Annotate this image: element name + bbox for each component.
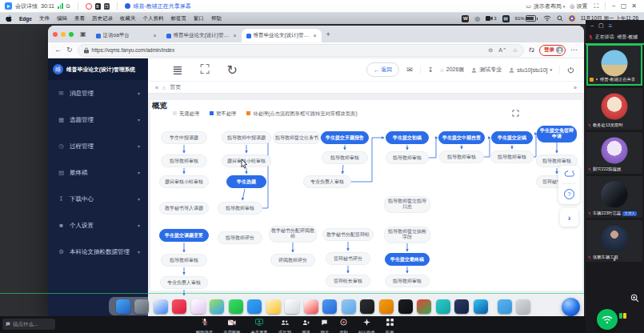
download-icon[interactable]: ↧	[428, 66, 434, 74]
apps-button[interactable]: 应用	[386, 315, 394, 333]
dock-icon-launchpad[interactable]	[134, 299, 149, 314]
menu-item-查看[interactable]: 查看	[74, 15, 85, 22]
chat-button[interactable]: 聊天	[321, 315, 330, 333]
w-app-icon[interactable]: W	[462, 15, 469, 22]
user-menu[interactable]: stu10[stu10]▾	[509, 67, 552, 73]
browser-status-icon[interactable]	[569, 15, 575, 22]
cam-button[interactable]: 开启视频	[223, 315, 240, 333]
restore-button[interactable]: ▢	[618, 2, 630, 10]
fullscreen-icon[interactable]: ⛶	[591, 2, 601, 10]
extensions-icon[interactable]: 🗘	[529, 47, 534, 53]
back-button[interactable]: ←返回	[366, 62, 399, 77]
menu-item-Edge[interactable]: Edge	[19, 16, 32, 22]
participant-tile-5[interactable]: 张鹏车辆工程∨	[586, 220, 642, 262]
invite-button[interactable]: 邀请	[302, 315, 310, 333]
flow-node-31[interactable]: 学生提交最终稿	[385, 253, 430, 266]
sidebar-item-5[interactable]: ↧下载中心▾	[48, 186, 148, 212]
panel-layout-icon[interactable]: ▢	[598, 22, 604, 29]
sidebar-item-2[interactable]: ▦选题管理▾	[48, 106, 148, 133]
flow-node-24[interactable]: 指导教师评分	[218, 231, 262, 244]
dock-icon-calendar[interactable]	[304, 299, 318, 314]
major-selector[interactable]: 测试专业	[471, 66, 502, 74]
profile-login-button[interactable]: 登录	[539, 45, 566, 56]
flow-node-16[interactable]: 题目审核小组审核	[159, 175, 209, 188]
share-button[interactable]: 共享屏幕	[250, 315, 267, 333]
meeting-count-icon[interactable]: 3	[486, 16, 496, 21]
members-button[interactable]: 成员39	[278, 315, 292, 333]
dock-icon-office[interactable]	[379, 299, 394, 314]
breadcrumb-home[interactable]: 首页	[170, 83, 181, 91]
sidebar-item-1[interactable]: ✉消息管理▾	[48, 80, 148, 106]
menu-item-标签页[interactable]: 标签页	[170, 15, 186, 22]
dock-icon-safari[interactable]	[154, 299, 168, 314]
dock-icon-trash[interactable]	[516, 299, 530, 314]
flow-node-9[interactable]: 指导教师审核	[161, 154, 207, 167]
flow-node-4[interactable]: 学生提交开题报告	[321, 131, 369, 144]
collapse-menu-icon[interactable]: ≣	[172, 62, 182, 78]
address-bar[interactable]: https://vqms.fanyu.com/admin/index ⊖ A⌃ …	[78, 44, 524, 57]
back-icon[interactable]: ←	[54, 46, 62, 54]
menu-item-收藏夹[interactable]: 收藏夹	[120, 15, 136, 22]
flow-node-8[interactable]: 学生提交免答辩申请	[537, 126, 577, 142]
flow-node-32[interactable]: 专业负责人审核	[160, 276, 208, 289]
ai-button[interactable]: AI小助手	[358, 315, 375, 333]
flow-node-3[interactable]: 指导教师提交任务书	[273, 131, 321, 144]
collapse-breadcrumb-icon[interactable]: «	[155, 85, 158, 90]
search-icon[interactable]	[557, 15, 563, 22]
flow-node-18[interactable]: 专业负责人审核	[303, 175, 351, 188]
dock-icon-qq[interactable]	[398, 299, 413, 314]
sidebar-item-7[interactable]: ⚙本科论文抽检数据管理▾	[48, 239, 148, 265]
flow-node-30[interactable]: 答辩秘书评分	[326, 252, 370, 265]
dock-icon-preview[interactable]	[342, 299, 356, 314]
doc-icon[interactable]: B	[95, 3, 101, 10]
participant-tile-4[interactable]: 车辆223叶芯蕊主持人	[586, 176, 642, 218]
dock-icon-edge[interactable]	[474, 299, 488, 314]
flow-node-2[interactable]: 指导教师申报课题	[222, 131, 271, 144]
tab-overview-icon[interactable]: ▣	[80, 30, 86, 38]
magnifier-icon[interactable]	[630, 294, 639, 303]
record-indicator-icon[interactable]	[86, 3, 92, 10]
dock-icon-chrome[interactable]	[417, 299, 431, 314]
dock-icon-finder[interactable]	[116, 299, 130, 314]
browser-tab-1[interactable]: 泛语oa平台×	[91, 29, 162, 42]
windows-icon[interactable]: ❐	[104, 3, 110, 10]
dock-icon-downloads-folder[interactable]	[498, 299, 512, 314]
panel-list-icon[interactable]: ≡	[609, 22, 613, 30]
dock-icon-app-store[interactable]	[247, 299, 262, 314]
help-widget[interactable]: ?	[558, 166, 580, 204]
fullscreen-toggle-icon[interactable]: ⛶	[200, 62, 209, 78]
record-status-icon[interactable]: ◎	[474, 15, 480, 22]
flow-node-1[interactable]: 学生申报课题	[161, 131, 207, 144]
dock-icon-facetime[interactable]	[229, 299, 243, 314]
menu-item-帮助[interactable]: 帮助	[211, 15, 222, 22]
participant-tile-1[interactable]: 维普-教辅正在共享	[586, 44, 642, 86]
tab-close-icon[interactable]: ×	[313, 33, 316, 38]
flow-node-11[interactable]: 指导教师审核	[322, 151, 368, 164]
flow-node-13[interactable]: 指导教师审核	[439, 150, 484, 163]
menu-item-编辑[interactable]: 编辑	[57, 15, 67, 22]
read-aloud-icon[interactable]: A⌃	[498, 47, 507, 54]
panel-minimize-icon[interactable]: −	[590, 23, 594, 29]
menu-item-窗口[interactable]: 窗口	[194, 15, 204, 22]
flow-node-33[interactable]: 答辩组长审核	[326, 275, 370, 287]
participant-tile-2[interactable]: 教务处13吴雨时	[586, 88, 642, 130]
dock-icon-terminal[interactable]	[360, 299, 374, 314]
reload-icon[interactable]: ↻	[66, 46, 73, 54]
zoom-traffic-light[interactable]	[69, 32, 74, 37]
flow-node-7[interactable]: 学生提交定稿	[491, 131, 533, 144]
flow-node-20[interactable]: 教学秘书导入课题	[159, 202, 209, 215]
network-assistant-icon[interactable]	[597, 309, 618, 330]
tab-close-icon[interactable]: ×	[153, 33, 156, 38]
mic-button[interactable]: 解除静音	[196, 315, 213, 333]
zoom-page-icon[interactable]: ⊖	[488, 47, 493, 54]
flow-node-29[interactable]: 评阅教师评分	[270, 254, 315, 267]
dock-icon-photos[interactable]	[191, 299, 206, 314]
dock-icon-maps[interactable]	[210, 299, 224, 314]
apple-icon[interactable]	[6, 15, 12, 22]
presenter-layout-button[interactable]: 演示者布局	[534, 2, 562, 10]
flow-node-25[interactable]: 教学秘书分配评阅教师	[269, 226, 317, 243]
refresh-icon[interactable]: ↻	[227, 62, 238, 78]
sidebar-item-3[interactable]: ◷过程管理▾	[48, 133, 148, 159]
message-icon[interactable]: ✉	[406, 66, 413, 74]
menu-item-个人资料[interactable]: 个人资料	[142, 15, 163, 22]
